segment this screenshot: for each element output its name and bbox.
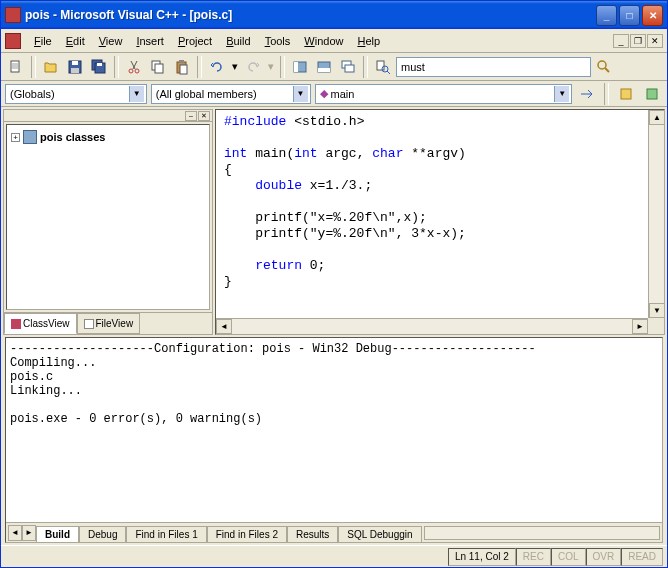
scroll-down-button[interactable]: ▼ (649, 303, 665, 318)
menu-project[interactable]: Project (171, 32, 219, 50)
menubar: File Edit View Insert Project Build Tool… (1, 29, 667, 53)
dropdown-arrow-icon: ▼ (293, 86, 308, 102)
scroll-track[interactable] (649, 125, 664, 303)
output-pane: --------------------Configuration: pois … (5, 337, 663, 543)
wizard-action1-button[interactable] (615, 83, 637, 105)
status-rec: REC (516, 548, 551, 566)
menu-insert[interactable]: Insert (129, 32, 171, 50)
tab-sql[interactable]: SQL Debuggin (338, 526, 421, 542)
menu-help[interactable]: Help (350, 32, 387, 50)
tab-build[interactable]: Build (36, 526, 79, 542)
scope-value: (Globals) (10, 88, 55, 100)
scope-combo[interactable]: (Globals) ▼ (5, 84, 147, 104)
tree-expand-icon[interactable]: + (11, 133, 20, 142)
class-tree[interactable]: + pois classes (6, 124, 210, 310)
output-text[interactable]: --------------------Configuration: pois … (6, 338, 662, 522)
cut-button[interactable] (123, 56, 145, 78)
find-in-files-button[interactable] (372, 56, 394, 78)
svg-rect-17 (318, 68, 330, 72)
horizontal-scrollbar[interactable]: ◄ ► (216, 318, 648, 334)
new-text-button[interactable] (5, 56, 27, 78)
tab-find1[interactable]: Find in Files 1 (126, 526, 206, 542)
svg-rect-23 (621, 89, 631, 99)
menu-view[interactable]: View (92, 32, 130, 50)
undo-dropdown[interactable]: ▾ (230, 56, 240, 78)
svg-rect-15 (294, 62, 298, 72)
window-controls: _ □ ✕ (596, 5, 663, 26)
tree-root-item[interactable]: + pois classes (11, 129, 205, 145)
classes-icon (23, 130, 37, 144)
tab-fileview[interactable]: FileView (77, 313, 141, 334)
vertical-scrollbar[interactable]: ▲ ▼ (648, 110, 664, 318)
standard-toolbar: ▾ ▾ (1, 53, 667, 81)
open-button[interactable] (40, 56, 62, 78)
wizard-action2-button[interactable] (641, 83, 663, 105)
output-button[interactable] (313, 56, 335, 78)
status-ovr: OVR (586, 548, 622, 566)
maximize-button[interactable]: □ (619, 5, 640, 26)
tab-scroll-right-button[interactable]: ► (22, 525, 36, 541)
tab-debug[interactable]: Debug (79, 526, 126, 542)
redo-button[interactable] (242, 56, 264, 78)
sidebar-tabs: ClassView FileView (4, 312, 212, 334)
output-hscroll[interactable] (424, 526, 660, 540)
tree-item-label: pois classes (40, 131, 105, 143)
function-icon: ◆ (320, 87, 328, 100)
window-list-button[interactable] (337, 56, 359, 78)
menu-tools[interactable]: Tools (258, 32, 298, 50)
main-area: – ✕ + pois classes ClassView (1, 107, 667, 545)
svg-rect-12 (179, 60, 184, 63)
svg-rect-13 (180, 65, 187, 74)
mdi-app-icon[interactable] (5, 33, 21, 49)
sidebar-dock-button[interactable]: – (185, 111, 197, 121)
save-all-button[interactable] (88, 56, 110, 78)
copy-button[interactable] (147, 56, 169, 78)
titlebar[interactable]: pois - Microsoft Visual C++ - [pois.c] _… (1, 1, 667, 29)
goto-button[interactable] (576, 83, 598, 105)
save-button[interactable] (64, 56, 86, 78)
wizard-toolbar: (Globals) ▼ (All global members) ▼ ◆ mai… (1, 81, 667, 107)
upper-panes: – ✕ + pois classes ClassView (1, 107, 667, 337)
scroll-up-button[interactable]: ▲ (649, 110, 665, 125)
mdi-minimize-button[interactable]: _ (613, 34, 629, 48)
minimize-button[interactable]: _ (596, 5, 617, 26)
members-value: (All global members) (156, 88, 257, 100)
code-editor[interactable]: #include <stdio.h> int main(int argc, ch… (215, 109, 665, 335)
mdi-restore-button[interactable]: ❐ (630, 34, 646, 48)
svg-rect-24 (647, 89, 657, 99)
find-combo[interactable] (396, 57, 591, 77)
svg-rect-3 (71, 68, 79, 73)
tab-classview[interactable]: ClassView (4, 313, 77, 334)
svg-point-7 (129, 69, 133, 73)
paste-button[interactable] (171, 56, 193, 78)
status-read: READ (621, 548, 663, 566)
scroll-track[interactable] (232, 319, 632, 334)
redo-dropdown[interactable]: ▾ (266, 56, 276, 78)
undo-button[interactable] (206, 56, 228, 78)
tab-label: ClassView (23, 318, 70, 329)
scroll-left-button[interactable]: ◄ (216, 319, 232, 334)
scroll-right-button[interactable]: ► (632, 319, 648, 334)
workspace-button[interactable] (289, 56, 311, 78)
output-tabs: ◄ ► Build Debug Find in Files 1 Find in … (6, 522, 662, 542)
close-button[interactable]: ✕ (642, 5, 663, 26)
menu-build[interactable]: Build (219, 32, 257, 50)
window-title: pois - Microsoft Visual C++ - [pois.c] (25, 8, 596, 22)
menu-edit[interactable]: Edit (59, 32, 92, 50)
function-combo[interactable]: ◆ main ▼ (315, 84, 573, 104)
code-content[interactable]: #include <stdio.h> int main(int argc, ch… (216, 110, 664, 294)
menu-file[interactable]: File (27, 32, 59, 50)
fileview-icon (84, 319, 94, 329)
members-combo[interactable]: (All global members) ▼ (151, 84, 311, 104)
svg-rect-2 (72, 61, 78, 65)
sidebar-close-button[interactable]: ✕ (198, 111, 210, 121)
tab-find2[interactable]: Find in Files 2 (207, 526, 287, 542)
find-button[interactable] (593, 56, 615, 78)
svg-point-22 (598, 61, 606, 69)
dropdown-arrow-icon: ▼ (554, 86, 569, 102)
tab-results[interactable]: Results (287, 526, 338, 542)
menu-window[interactable]: Window (297, 32, 350, 50)
tab-scroll-left-button[interactable]: ◄ (8, 525, 22, 541)
mdi-close-button[interactable]: ✕ (647, 34, 663, 48)
statusbar: Ln 11, Col 2 REC COL OVR READ (1, 545, 667, 567)
